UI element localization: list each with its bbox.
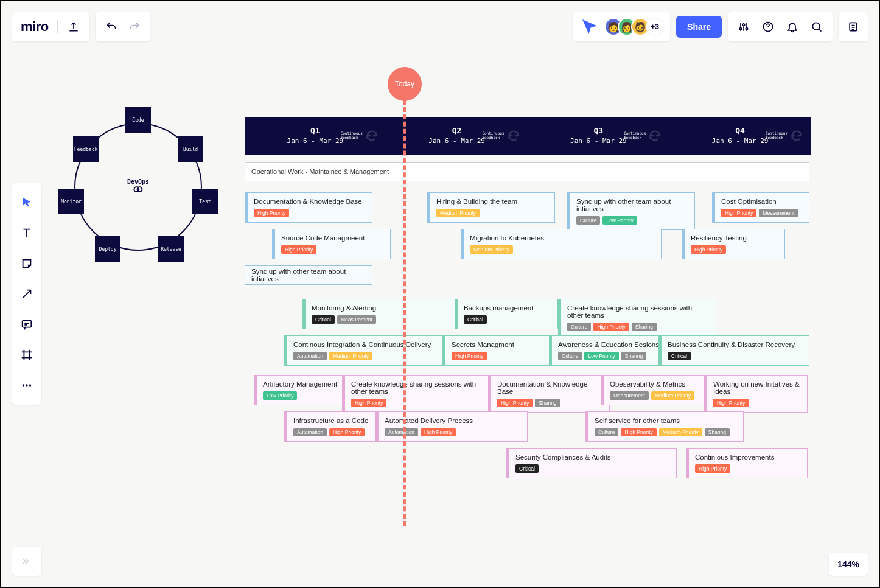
roadmap-card[interactable]: Awareness & Education SesionsCultureLow … xyxy=(549,335,671,366)
card-title: Sync up with other team about intiatives xyxy=(251,268,366,282)
roadmap-card[interactable]: Sync up with other team about intiatives… xyxy=(567,192,695,230)
app-menu-group: miro xyxy=(12,12,89,41)
cards-area: Operational Work - Maintaince & Manageme… xyxy=(245,162,811,503)
roadmap-card[interactable]: Sync up with other team about intiatives xyxy=(245,265,372,285)
upload-icon[interactable] xyxy=(66,19,81,34)
devops-node[interactable]: Monitor xyxy=(58,189,84,214)
comment-tool[interactable] xyxy=(12,310,41,339)
tool-palette xyxy=(12,183,41,405)
roadmap-card[interactable]: Business Continuity & Disaster RecoveryC… xyxy=(658,335,809,366)
svg-point-5 xyxy=(26,384,27,386)
sticky-tool[interactable] xyxy=(12,249,41,278)
roadmap-card[interactable]: Migration to KubernetesMedium Priority xyxy=(461,229,662,259)
roadmap-card[interactable]: Monitoring & AlertingCriticalMeasurement xyxy=(302,299,461,329)
help-icon[interactable] xyxy=(761,19,775,34)
tag: High Priority xyxy=(254,209,289,217)
svg-point-1 xyxy=(812,23,820,30)
card-title: Business Continuity & Disaster Recovery xyxy=(668,341,803,348)
roadmap-card[interactable]: Security Compliances & AuditsCritical xyxy=(506,448,677,478)
roadmap-card[interactable]: Source Code ManagmeentHigh Priority xyxy=(272,229,391,259)
roadmap-card[interactable]: Obeservability & MetricsMeasurementMediu… xyxy=(601,375,716,405)
card-title: Infrastructure as a Code xyxy=(293,417,387,424)
swimlane-title: Operational Work - Maintaince & Manageme… xyxy=(251,168,389,175)
roadmap-card[interactable]: Secrets ManagmentHigh Priority xyxy=(442,335,558,366)
tag: Critical xyxy=(515,464,539,473)
roadmap-card[interactable]: Documentation & Knowledge BaseHigh Prior… xyxy=(245,192,372,223)
tag: High Priority xyxy=(721,209,756,217)
continuous-feedback-icon: ContinuousFeedback xyxy=(766,129,803,142)
tag: High Priority xyxy=(351,399,386,407)
devops-diagram[interactable]: DevOps Code Build Test Release Deploy Mo… xyxy=(62,111,214,263)
tag: Sharing xyxy=(535,399,560,407)
card-title: Cost Optimisation xyxy=(721,198,803,205)
continuous-feedback-icon: ContinuousFeedback xyxy=(341,129,379,142)
avatar-overflow[interactable]: +3 xyxy=(646,18,664,36)
roadmap-card[interactable]: Hiring & Building the teamMedium Priorit… xyxy=(427,192,555,223)
devops-node[interactable]: Feedback xyxy=(73,136,99,162)
swimlane-header[interactable]: Operational Work - Maintaince & Manageme… xyxy=(245,162,809,181)
card-title: Create knowledge sharing sessions with o… xyxy=(567,304,710,319)
card-title: Sync up with other team about intiatives xyxy=(576,198,688,212)
avatars[interactable]: 🧑 👩 🧔 +3 xyxy=(604,18,664,36)
svg-point-4 xyxy=(23,384,24,386)
tag: Culture xyxy=(558,352,582,360)
logo[interactable]: miro xyxy=(21,19,49,35)
quarter-header[interactable]: Q1Jan 6 - Mar 29 ContinuousFeedback xyxy=(245,117,386,155)
roadmap-card[interactable]: Backups managementCritical xyxy=(455,299,558,329)
utility-group xyxy=(728,12,833,41)
tag: High Priority xyxy=(281,245,316,254)
card-title: Obeservability & Metrics xyxy=(610,380,710,388)
quarter-header[interactable]: Q4Jan 6 - Mar 29 ContinuousFeedback xyxy=(669,117,811,155)
notes-icon[interactable] xyxy=(846,19,861,34)
timeline[interactable]: Today Q1Jan 6 - Mar 29 ContinuousFeedbac… xyxy=(245,117,811,503)
tag: Automation xyxy=(293,352,327,360)
tag: High Priority xyxy=(497,399,533,407)
devops-node[interactable]: Test xyxy=(192,189,218,214)
tag: Low Priority xyxy=(584,352,618,360)
bell-icon[interactable] xyxy=(785,19,800,34)
search-icon[interactable] xyxy=(809,19,824,34)
card-title: Working on new Initatives & Ideas xyxy=(713,380,801,395)
tag: Measurement xyxy=(337,315,376,324)
roadmap-card[interactable]: Continous Integration & Continuous Deliv… xyxy=(284,335,449,366)
redo-icon[interactable] xyxy=(127,19,142,34)
tag: High Priority xyxy=(621,428,656,436)
text-tool[interactable] xyxy=(12,219,41,248)
tag: High Priority xyxy=(452,352,487,360)
devops-node[interactable]: Deploy xyxy=(95,236,120,262)
today-line xyxy=(403,100,406,526)
card-title: Continious Improvements xyxy=(695,453,801,461)
frame-tool[interactable] xyxy=(12,340,41,369)
roadmap-card[interactable]: Self service for other teamsCultureHigh … xyxy=(585,411,744,442)
roadmap-card[interactable]: Continious ImprovementsHigh Priority xyxy=(686,448,808,478)
tag: Sharing xyxy=(632,323,657,331)
devops-node[interactable]: Release xyxy=(158,236,184,262)
quarter-header[interactable]: Q3Jan 6 - Mar 29 ContinuousFeedback xyxy=(528,117,670,155)
cursor-follow-icon[interactable] xyxy=(579,16,601,38)
arrow-tool[interactable] xyxy=(12,279,41,309)
devops-node[interactable]: Code xyxy=(125,107,151,133)
more-tools[interactable] xyxy=(12,371,41,400)
settings-icon[interactable] xyxy=(736,19,751,34)
share-button[interactable]: Share xyxy=(676,16,722,38)
roadmap-card[interactable]: Create knowledge sharing sessions with o… xyxy=(558,299,716,337)
topbar: miro 🧑 xyxy=(12,12,868,41)
today-label: Today xyxy=(388,67,422,101)
roadmap-card[interactable]: Resiliency TestingHigh Priority xyxy=(682,229,785,259)
tag: Culture xyxy=(567,323,591,331)
expand-panel-button[interactable] xyxy=(12,547,41,576)
card-title: Monitoring & Alerting xyxy=(312,304,454,312)
today-marker[interactable]: Today xyxy=(388,67,422,526)
devops-node[interactable]: Build xyxy=(178,136,203,162)
tag: High Priority xyxy=(713,399,749,407)
roadmap-card[interactable]: Working on new Initatives & IdeasHigh Pr… xyxy=(704,375,808,413)
card-title: Documentation & Knowledge Base xyxy=(254,198,366,205)
zoom-level[interactable]: 144% xyxy=(829,553,868,576)
roadmap-card[interactable]: Documentation & Knowledge BaseHigh Prior… xyxy=(488,375,610,413)
history-group xyxy=(96,12,150,41)
tag: Critical xyxy=(668,352,691,360)
tag: Sharing xyxy=(621,352,646,360)
undo-icon[interactable] xyxy=(104,19,119,34)
roadmap-card[interactable]: Cost OptimisationHigh PriorityMeasuremen… xyxy=(712,192,809,223)
select-tool[interactable] xyxy=(12,188,41,217)
